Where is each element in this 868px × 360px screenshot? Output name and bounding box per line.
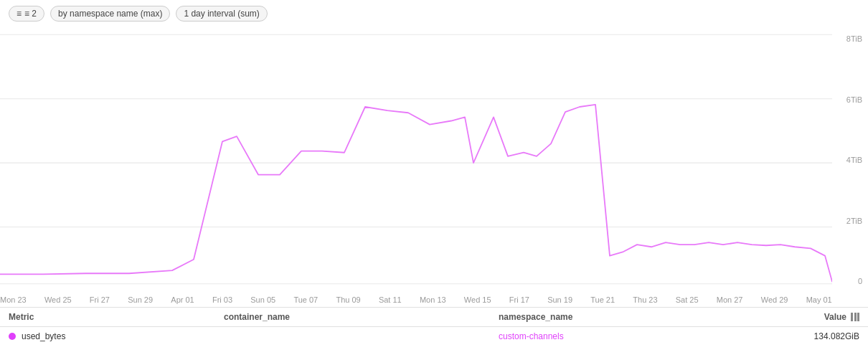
legend-value: 134.082GiB xyxy=(773,331,859,341)
y-label-0: 0 xyxy=(834,277,862,285)
x-label-12: Fri 17 xyxy=(509,295,529,304)
x-label-14: Tue 21 xyxy=(590,295,615,304)
y-label-2tib: 2TiB xyxy=(834,217,862,225)
x-label-7: Tue 07 xyxy=(293,295,318,304)
legend-header: Metric container_name namespace_name Val… xyxy=(0,308,868,327)
interval-label: 1 day interval (sum) xyxy=(184,9,259,19)
y-label-8tib: 8TiB xyxy=(834,34,862,43)
x-label-0: Mon 23 xyxy=(0,295,27,304)
x-label-18: Wed 29 xyxy=(761,295,788,304)
toolbar: ≡ ≡ 2 by namespace name (max) 1 day inte… xyxy=(0,0,868,27)
chart-svg-area xyxy=(0,27,832,293)
x-label-9: Sat 11 xyxy=(379,295,402,304)
x-label-3: Sun 29 xyxy=(128,295,153,304)
x-label-4: Apr 01 xyxy=(171,295,194,304)
interval-badge[interactable]: 1 day interval (sum) xyxy=(176,6,267,22)
filter-count-label: ≡ 2 xyxy=(24,9,37,19)
filter-count-badge[interactable]: ≡ ≡ 2 xyxy=(9,6,44,22)
group-by-badge[interactable]: by namespace name (max) xyxy=(50,6,170,22)
x-label-8: Thu 09 xyxy=(336,295,360,304)
group-by-label: by namespace name (max) xyxy=(58,9,162,19)
x-label-1: Wed 25 xyxy=(44,295,72,304)
x-label-2: Fri 27 xyxy=(90,295,110,304)
chart-area: 8TiB 6TiB 4TiB 2TiB 0 xyxy=(0,27,868,293)
header-namespace: namespace_name xyxy=(499,312,773,322)
x-label-10: Mon 13 xyxy=(420,295,446,304)
series-dot xyxy=(9,333,16,340)
metric-name: used_bytes xyxy=(22,331,65,341)
x-label-17: Mon 27 xyxy=(717,295,743,304)
legend-namespace: custom-channels xyxy=(499,331,773,341)
y-axis: 8TiB 6TiB 4TiB 2TiB 0 xyxy=(834,27,862,293)
x-label-16: Sat 25 xyxy=(676,295,699,304)
x-label-13: Sun 19 xyxy=(547,295,572,304)
columns-icon[interactable] xyxy=(851,313,859,321)
legend-row: used_bytes custom-channels 134.082GiB xyxy=(0,327,868,346)
line-chart xyxy=(0,27,832,293)
x-label-6: Sun 05 xyxy=(250,295,275,304)
x-label-19: May 01 xyxy=(806,295,832,304)
legend-table: Metric container_name namespace_name Val… xyxy=(0,307,868,346)
x-axis: Mon 23 Wed 25 Fri 27 Sun 29 Apr 01 Fri 0… xyxy=(0,293,868,307)
chart-line xyxy=(0,105,832,282)
header-value: Value xyxy=(773,312,859,322)
legend-metric: used_bytes xyxy=(9,331,224,341)
x-label-11: Wed 15 xyxy=(464,295,491,304)
filter-icon: ≡ xyxy=(16,9,22,19)
x-label-15: Thu 23 xyxy=(633,295,657,304)
x-label-5: Fri 03 xyxy=(212,295,232,304)
y-label-6tib: 6TiB xyxy=(834,95,862,104)
y-label-4tib: 4TiB xyxy=(834,156,862,164)
header-metric: Metric xyxy=(9,312,224,322)
header-container: container_name xyxy=(224,312,499,322)
